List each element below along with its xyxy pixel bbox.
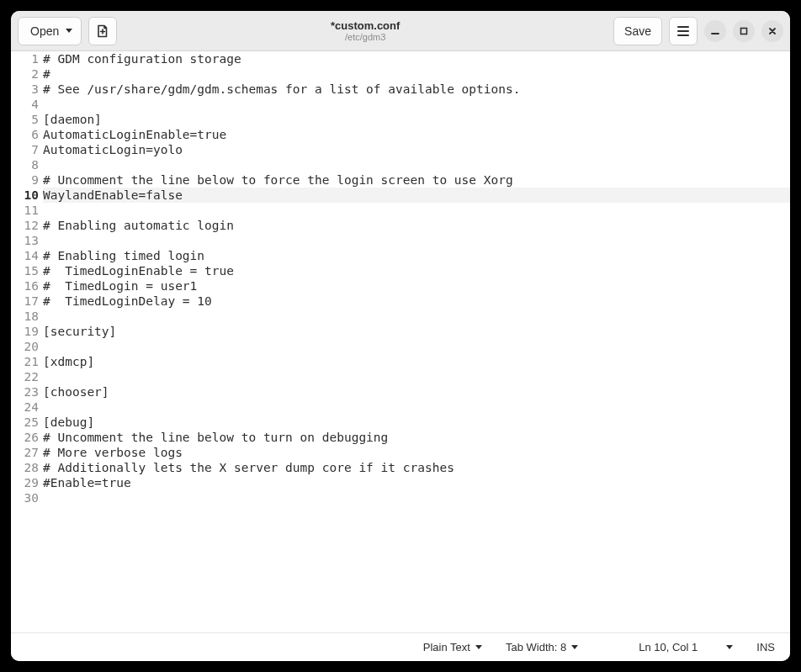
headerbar-right: Save — [613, 17, 783, 45]
new-document-icon — [96, 24, 109, 38]
line-number: 28 — [11, 460, 40, 475]
line-number: 13 — [11, 233, 40, 248]
code-line[interactable]: # TimedLogin = user1 — [43, 278, 790, 294]
line-number: 7 — [11, 142, 40, 157]
line-number: 3 — [11, 82, 40, 97]
svg-rect-0 — [741, 28, 747, 34]
statusbar: Plain Text Tab Width: 8 Ln 10, Col 1 INS — [11, 632, 790, 661]
editor-window: Open *custom.conf /etc/gdm3 Save — [11, 11, 790, 661]
code-line[interactable]: # Uncomment the line below to turn on de… — [43, 430, 790, 445]
code-line[interactable]: # Uncomment the line below to force the … — [43, 172, 790, 188]
document-subtitle: /etc/gdm3 — [124, 32, 607, 42]
close-button[interactable] — [761, 20, 783, 42]
headerbar: Open *custom.conf /etc/gdm3 Save — [11, 11, 790, 51]
line-number: 6 — [11, 127, 40, 142]
minimize-button[interactable] — [704, 20, 726, 42]
open-label: Open — [30, 24, 59, 38]
code-line[interactable]: WaylandEnable=false — [43, 188, 790, 203]
new-tab-button[interactable] — [88, 17, 117, 45]
line-number: 20 — [11, 339, 40, 354]
code-line[interactable]: # — [43, 66, 790, 82]
line-number: 15 — [11, 263, 40, 278]
maximize-icon — [738, 25, 750, 37]
insert-mode-label: INS — [756, 641, 775, 653]
syntax-label: Plain Text — [423, 641, 470, 653]
line-number: 10 — [11, 188, 40, 203]
line-number: 21 — [11, 354, 40, 369]
line-number: 29 — [11, 475, 40, 490]
headerbar-left: Open — [18, 17, 117, 45]
chevron-down-icon — [475, 645, 482, 649]
code-line[interactable] — [43, 233, 790, 248]
line-number: 19 — [11, 324, 40, 339]
code-line[interactable]: # TimedLoginDelay = 10 — [43, 294, 790, 309]
tab-width-label: Tab Width: 8 — [506, 641, 566, 653]
hamburger-menu-button[interactable] — [669, 17, 698, 45]
code-line[interactable]: # Additionally lets the X server dump co… — [43, 460, 790, 475]
code-line[interactable]: AutomaticLoginEnable=true — [43, 127, 790, 142]
code-line[interactable]: AutomaticLogin=yolo — [43, 142, 790, 157]
code-line[interactable] — [43, 157, 790, 172]
headerbar-title-area: *custom.conf /etc/gdm3 — [124, 19, 607, 42]
line-number-gutter: 1234567891011121314151617181920212223242… — [11, 51, 43, 505]
line-number: 8 — [11, 157, 40, 172]
chevron-down-icon — [726, 645, 733, 649]
code-line[interactable] — [43, 490, 790, 505]
line-number: 22 — [11, 369, 40, 384]
code-line[interactable] — [43, 369, 790, 384]
code-line[interactable]: [debug] — [43, 415, 790, 430]
line-number: 11 — [11, 203, 40, 218]
cursor-position-selector[interactable]: Ln 10, Col 1 — [639, 641, 733, 653]
code-line[interactable] — [43, 339, 790, 354]
code-area[interactable]: # GDM configuration storage## See /usr/s… — [43, 51, 790, 505]
open-button[interactable]: Open — [18, 17, 82, 45]
line-number: 23 — [11, 384, 40, 399]
code-line[interactable] — [43, 97, 790, 112]
code-line[interactable]: [xdmcp] — [43, 354, 790, 369]
syntax-mode-selector[interactable]: Plain Text — [423, 641, 482, 653]
line-number: 30 — [11, 490, 40, 505]
line-number: 25 — [11, 415, 40, 430]
editor-content: 1234567891011121314151617181920212223242… — [11, 51, 790, 505]
code-line[interactable] — [43, 399, 790, 415]
line-number: 14 — [11, 248, 40, 263]
line-number: 18 — [11, 309, 40, 324]
line-number: 16 — [11, 278, 40, 294]
code-line[interactable]: # Enabling timed login — [43, 248, 790, 263]
editor-area[interactable]: 1234567891011121314151617181920212223242… — [11, 51, 790, 632]
line-number: 27 — [11, 445, 40, 460]
code-line[interactable]: # More verbose logs — [43, 445, 790, 460]
close-icon — [767, 25, 778, 37]
code-line[interactable]: [daemon] — [43, 112, 790, 127]
code-line[interactable]: #Enable=true — [43, 475, 790, 490]
tab-width-selector[interactable]: Tab Width: 8 — [506, 641, 578, 653]
code-line[interactable]: [security] — [43, 324, 790, 339]
document-title: *custom.conf — [124, 19, 607, 32]
line-number: 1 — [11, 51, 40, 66]
line-number: 24 — [11, 399, 40, 415]
line-number: 2 — [11, 66, 40, 82]
line-number: 4 — [11, 97, 40, 112]
code-line[interactable]: # Enabling automatic login — [43, 218, 790, 233]
code-line[interactable]: # TimedLoginEnable = true — [43, 263, 790, 278]
cursor-position: Ln 10, Col 1 — [639, 641, 698, 653]
hamburger-icon — [677, 26, 689, 36]
chevron-down-icon — [66, 29, 72, 33]
code-line[interactable] — [43, 203, 790, 218]
line-number: 12 — [11, 218, 40, 233]
line-number: 5 — [11, 112, 40, 127]
minimize-icon — [709, 25, 721, 37]
insert-mode-indicator[interactable]: INS — [756, 641, 775, 653]
code-line[interactable]: # GDM configuration storage — [43, 51, 790, 66]
code-line[interactable] — [43, 309, 790, 324]
maximize-button[interactable] — [733, 20, 755, 42]
line-number: 9 — [11, 172, 40, 188]
line-number: 17 — [11, 294, 40, 309]
line-number: 26 — [11, 430, 40, 445]
chevron-down-icon — [571, 645, 578, 649]
save-button[interactable]: Save — [613, 17, 662, 45]
code-line[interactable]: # See /usr/share/gdm/gdm.schemas for a l… — [43, 82, 790, 97]
code-line[interactable]: [chooser] — [43, 384, 790, 399]
